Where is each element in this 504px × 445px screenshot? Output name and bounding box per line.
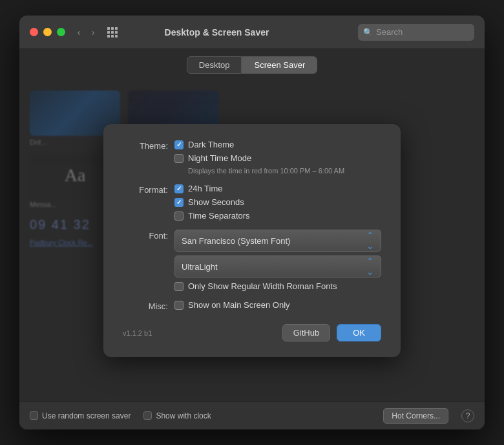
traffic-lights [30,28,65,36]
random-screensaver-checkbox[interactable] [30,411,38,420]
show-seconds-checkbox[interactable] [174,198,184,207]
time-separators-checkbox[interactable] [174,212,184,221]
theme-row: Theme: Dark Theme Night Time Mode Displa… [123,140,381,175]
footer-buttons: GitHub OK [282,324,381,342]
show-seconds-label: Show Seconds [188,197,244,207]
night-time-hint: Displays the time in red from 10:00 PM –… [188,167,381,175]
main-screen-only-label: Show on Main Screen Only [188,300,290,310]
minimize-button[interactable] [43,28,52,36]
night-time-row: Night Time Mode [174,153,381,163]
show-seconds-row: Show Seconds [174,197,381,207]
show-clock-checkbox[interactable] [143,411,152,420]
font-label: Font: [123,230,168,241]
font-weight-value: UltraLight [182,262,218,272]
maximize-button[interactable] [57,28,65,36]
time-separators-label: Time Separators [188,211,250,221]
github-button[interactable]: GitHub [282,324,330,342]
tabs-bar: Desktop Screen Saver [19,49,485,80]
regular-width-row: Only Show Regular Width Roman Fonts [174,281,381,291]
bottom-bar: Use random screen saver Show with clock … [19,401,485,429]
24h-time-label: 24h Time [188,184,222,193]
titlebar: ‹ › Desktop & Screen Saver 🔍 [19,16,485,49]
24h-time-row: 24h Time [174,184,381,193]
search-bar[interactable]: 🔍 [358,24,474,41]
font-family-arrow-icon: ⌃⌄ [366,230,374,251]
tab-desktop[interactable]: Desktop [187,56,242,74]
hot-corners-button[interactable]: Hot Corners... [383,408,448,424]
time-separators-row: Time Separators [174,211,381,221]
regular-width-checkbox[interactable] [174,282,184,291]
regular-width-label: Only Show Regular Width Roman Fonts [188,281,337,291]
font-row: Font: San Francisco (System Font) ⌃⌄ Ult… [123,230,381,291]
dark-theme-checkbox[interactable] [174,140,184,149]
dialog-overlay: Theme: Dark Theme Night Time Mode Displa… [19,80,485,401]
main-window: ‹ › Desktop & Screen Saver 🔍 Desktop S [19,16,485,429]
format-label: Format: [123,184,168,195]
search-icon: 🔍 [363,28,373,37]
dark-theme-label: Dark Theme [188,140,234,149]
window-title: Desktop & Screen Saver [76,27,358,38]
close-button[interactable] [30,28,38,36]
help-button[interactable]: ? [461,409,474,422]
random-screensaver-label: Use random screen saver [42,411,131,420]
main-screen-only-row: Show on Main Screen Only [174,300,381,310]
theme-controls: Dark Theme Night Time Mode Displays the … [174,140,381,175]
24h-time-checkbox[interactable] [174,184,184,193]
dialog-footer: v1.1.2 b1 GitHub OK [123,324,381,342]
night-time-checkbox[interactable] [174,154,184,163]
format-controls: 24h Time Show Seconds Time Separators [174,184,381,221]
misc-label: Misc: [123,300,168,311]
tab-screensaver[interactable]: Screen Saver [242,56,317,74]
version-text: v1.1.2 b1 [123,329,152,337]
font-family-select[interactable]: San Francisco (System Font) ⌃⌄ [174,230,381,252]
main-screen-only-checkbox[interactable] [174,301,184,310]
random-screensaver-group: Use random screen saver [30,411,131,420]
search-input[interactable] [376,27,469,37]
ok-button[interactable]: OK [337,324,381,342]
main-content: Drif... Arabes... Aa Messa... Word of t.… [19,80,485,401]
font-controls: San Francisco (System Font) ⌃⌄ UltraLigh… [174,230,381,291]
dark-theme-row: Dark Theme [174,140,381,149]
format-row: Format: 24h Time Show Seconds Time Se [123,184,381,221]
font-family-value: San Francisco (System Font) [182,236,290,246]
misc-controls: Show on Main Screen Only [174,300,381,310]
font-weight-arrow-icon: ⌃⌄ [366,256,374,277]
misc-row: Misc: Show on Main Screen Only [123,300,381,311]
theme-label: Theme: [123,140,168,151]
font-weight-select[interactable]: UltraLight ⌃⌄ [174,255,381,277]
show-clock-group: Show with clock [143,411,211,420]
dialog: Theme: Dark Theme Night Time Mode Displa… [103,124,401,357]
show-clock-label: Show with clock [156,411,211,420]
night-time-label: Night Time Mode [188,153,251,163]
